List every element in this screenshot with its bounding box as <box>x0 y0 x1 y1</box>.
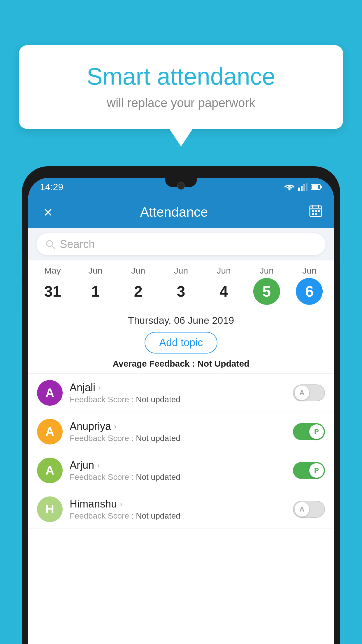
cal-date-number[interactable]: 31 <box>39 278 66 305</box>
toggle-knob: P <box>309 424 324 439</box>
cal-date-number[interactable]: 3 <box>168 278 194 305</box>
cal-month-label: Jun <box>302 266 316 276</box>
speech-bubble-container: Smart attendance will replace your paper… <box>19 45 343 146</box>
student-chevron-icon: › <box>120 499 122 509</box>
status-time: 14:29 <box>40 182 63 192</box>
feedback-value: Not updated <box>136 511 180 520</box>
student-name: Arjun › <box>70 459 286 471</box>
toggle-switch[interactable]: A <box>293 384 325 401</box>
cal-date-number[interactable]: 6 <box>296 278 323 305</box>
phone-screen: 14:29 <box>28 178 334 644</box>
svg-rect-6 <box>312 185 318 189</box>
feedback-value: Not updated <box>136 473 180 482</box>
speech-bubble-subtitle: will replace your paperwork <box>39 96 323 110</box>
student-chevron-icon: › <box>97 461 100 470</box>
search-input-wrap[interactable]: Search <box>36 233 326 255</box>
battery-icon <box>311 183 322 190</box>
volume-up-button <box>22 225 22 242</box>
toggle-knob: P <box>309 463 324 478</box>
svg-rect-3 <box>306 183 307 191</box>
calendar-strip: May31Jun1Jun2Jun3Jun4Jun5Jun6 <box>28 260 334 308</box>
camera-dot <box>177 182 185 190</box>
app-title: Attendance <box>39 204 309 220</box>
student-feedback: Feedback Score : Not updated <box>70 511 286 521</box>
status-icons <box>284 183 322 191</box>
calendar-day[interactable]: Jun4 <box>205 266 243 305</box>
student-item[interactable]: AArjun ›Feedback Score : Not updatedP <box>28 451 334 490</box>
student-avatar: H <box>37 496 63 522</box>
svg-rect-0 <box>298 188 300 191</box>
attendance-toggle[interactable]: P <box>293 462 325 479</box>
cal-date-number[interactable]: 1 <box>82 278 109 305</box>
student-feedback: Feedback Score : Not updated <box>70 395 286 404</box>
add-topic-button[interactable]: Add topic <box>145 332 217 354</box>
speech-bubble: Smart attendance will replace your paper… <box>19 45 343 129</box>
search-icon <box>45 239 56 250</box>
student-list: AAnjali ›Feedback Score : Not updatedAAA… <box>28 374 334 529</box>
student-item[interactable]: AAnjali ›Feedback Score : Not updatedA <box>28 374 334 412</box>
avg-feedback-value: Not Updated <box>197 359 249 368</box>
svg-rect-2 <box>303 184 305 191</box>
toggle-switch[interactable]: A <box>293 501 325 518</box>
student-name: Anupriya › <box>70 420 286 433</box>
calendar-day[interactable]: May31 <box>34 266 71 305</box>
student-chevron-icon: › <box>98 383 101 392</box>
svg-rect-11 <box>312 210 314 212</box>
student-feedback: Feedback Score : Not updated <box>70 434 286 443</box>
cal-date-number[interactable]: 4 <box>210 278 237 305</box>
calendar-day[interactable]: Jun5 <box>248 266 286 305</box>
student-feedback: Feedback Score : Not updated <box>70 473 286 482</box>
calendar-day[interactable]: Jun3 <box>162 266 200 305</box>
app-bar: × Attendance <box>28 196 334 228</box>
selected-date: Thursday, 06 June 2019 <box>37 315 325 326</box>
student-avatar: A <box>37 419 63 444</box>
cal-month-label: Jun <box>217 266 231 276</box>
toggle-knob: A <box>295 386 309 400</box>
cal-month-label: May <box>44 266 61 276</box>
calendar-day[interactable]: Jun6 <box>290 266 328 305</box>
volume-down-button <box>22 251 22 277</box>
student-info: Himanshu ›Feedback Score : Not updated <box>70 498 286 521</box>
cal-month-label: Jun <box>174 266 188 276</box>
toggle-switch[interactable]: P <box>293 462 325 479</box>
student-avatar: A <box>37 380 63 406</box>
cal-date-number[interactable]: 5 <box>253 278 280 305</box>
student-item[interactable]: AAnupriya ›Feedback Score : Not updatedP <box>28 412 334 451</box>
avg-feedback: Average Feedback : Not Updated <box>37 359 325 369</box>
power-button <box>340 242 340 265</box>
student-info: Anjali ›Feedback Score : Not updated <box>70 382 286 404</box>
svg-line-17 <box>52 246 55 249</box>
attendance-toggle[interactable]: A <box>293 501 325 518</box>
signal-icon <box>298 183 307 191</box>
feedback-value: Not updated <box>136 395 180 404</box>
search-placeholder: Search <box>60 238 95 251</box>
speech-bubble-pointer <box>169 129 193 146</box>
toggle-switch[interactable]: P <box>293 423 325 440</box>
attendance-toggle[interactable]: A <box>293 384 325 401</box>
avg-feedback-label: Average Feedback : <box>113 359 197 368</box>
calendar-day[interactable]: Jun2 <box>119 266 157 305</box>
student-info: Arjun ›Feedback Score : Not updated <box>70 459 286 482</box>
student-avatar: A <box>37 458 63 483</box>
student-info: Anupriya ›Feedback Score : Not updated <box>70 420 286 443</box>
student-name: Anjali › <box>70 382 286 394</box>
student-item[interactable]: HHimanshu ›Feedback Score : Not updatedA <box>28 490 334 529</box>
calendar-day[interactable]: Jun1 <box>76 266 114 305</box>
svg-rect-1 <box>301 186 303 191</box>
feedback-value: Not updated <box>136 434 180 443</box>
attendance-toggle[interactable]: P <box>293 423 325 440</box>
silent-button <box>22 284 22 311</box>
phone-frame: 14:29 <box>22 166 340 644</box>
svg-rect-14 <box>312 213 314 215</box>
wifi-icon <box>284 183 295 191</box>
cal-date-number[interactable]: 2 <box>125 278 152 305</box>
svg-rect-15 <box>315 213 317 215</box>
cal-month-label: Jun <box>88 266 102 276</box>
cal-month-label: Jun <box>131 266 145 276</box>
toggle-knob: A <box>295 502 309 517</box>
calendar-icon[interactable] <box>309 204 323 220</box>
cal-month-label: Jun <box>259 266 273 276</box>
date-info: Thursday, 06 June 2019 Add topic Average… <box>28 308 334 374</box>
student-name: Himanshu › <box>70 498 286 510</box>
speech-bubble-title: Smart attendance <box>39 63 323 90</box>
